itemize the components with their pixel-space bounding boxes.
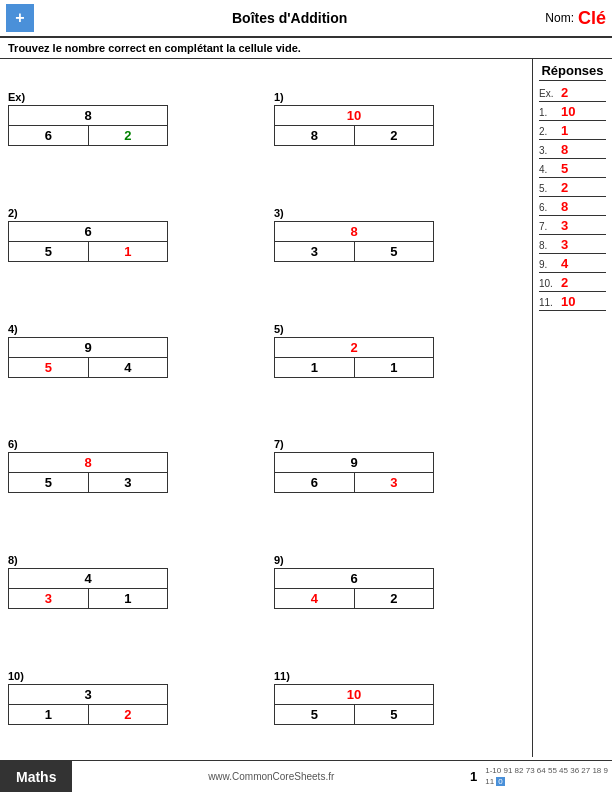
answer-item-8: 8.3 <box>539 237 606 254</box>
answer-label-3: 3. <box>539 145 557 156</box>
box-top-ex: 8 <box>9 106 167 126</box>
box-right-7: 3 <box>355 473 434 492</box>
stats-row2: 11 0 <box>485 777 608 787</box>
answer-value-7: 3 <box>561 218 568 233</box>
exercises-area: Ex)8621)10822)6513)8354)9545)2116)8537)9… <box>0 59 532 757</box>
answer-value-1: 10 <box>561 104 575 119</box>
exercise-label-9: 9) <box>274 554 284 566</box>
box-top-1: 10 <box>275 106 433 126</box>
page-title: Boîtes d'Addition <box>34 10 545 26</box>
box-right-6: 3 <box>89 473 168 492</box>
answer-item-2: 2.1 <box>539 123 606 140</box>
box-top-9: 6 <box>275 569 433 589</box>
footer-stats: 1-10 91 82 73 64 55 45 36 27 18 9 11 0 <box>485 766 608 787</box>
exercise-label-5: 5) <box>274 323 284 335</box>
box-left-3: 3 <box>275 242 355 261</box>
add-box-9: 642 <box>274 568 434 609</box>
exercise-label-10: 10) <box>8 670 24 682</box>
exercise-label-8: 8) <box>8 554 18 566</box>
box-right-10: 2 <box>89 705 168 724</box>
box-top-5: 2 <box>275 338 433 358</box>
box-left-1: 8 <box>275 126 355 145</box>
answer-label-0: Ex. <box>539 88 557 99</box>
main-content: Ex)8621)10822)6513)8354)9545)2116)8537)9… <box>0 59 612 757</box>
answer-label-8: 8. <box>539 240 557 251</box>
add-box-7: 963 <box>274 452 434 493</box>
answers-column: Réponses Ex.21.102.13.84.55.26.87.38.39.… <box>532 59 612 757</box>
answer-item-10: 10.2 <box>539 275 606 292</box>
answer-item-0: Ex.2 <box>539 85 606 102</box>
answers-title: Réponses <box>539 63 606 81</box>
add-box-ex: 862 <box>8 105 168 146</box>
answer-label-2: 2. <box>539 126 557 137</box>
box-left-9: 4 <box>275 589 355 608</box>
answer-value-8: 3 <box>561 237 568 252</box>
box-right-8: 1 <box>89 589 168 608</box>
box-right-9: 2 <box>355 589 434 608</box>
box-left-4: 5 <box>9 358 89 377</box>
answer-value-9: 4 <box>561 256 568 271</box>
brand-label: Maths <box>0 761 72 792</box>
answer-value-10: 2 <box>561 275 568 290</box>
exercise-block-11: 11)1055 <box>274 670 524 725</box>
box-right-3: 5 <box>355 242 434 261</box>
box-top-11: 10 <box>275 685 433 705</box>
exercise-block-ex: Ex)862 <box>8 91 258 146</box>
exercise-label-7: 7) <box>274 438 284 450</box>
box-left-ex: 6 <box>9 126 89 145</box>
answer-label-1: 1. <box>539 107 557 118</box>
logo-icon: + <box>6 4 34 32</box>
answer-label-10: 10. <box>539 278 557 289</box>
box-right-4: 4 <box>89 358 168 377</box>
answer-label-5: 5. <box>539 183 557 194</box>
exercise-label-3: 3) <box>274 207 284 219</box>
answer-item-11: 11.10 <box>539 294 606 311</box>
footer-page: 1 <box>470 769 477 784</box>
answer-value-4: 5 <box>561 161 568 176</box>
exercise-block-4: 4)954 <box>8 323 258 378</box>
answer-value-6: 8 <box>561 199 568 214</box>
box-top-2: 6 <box>9 222 167 242</box>
box-right-5: 1 <box>355 358 434 377</box>
answer-item-6: 6.8 <box>539 199 606 216</box>
box-left-7: 6 <box>275 473 355 492</box>
exercise-block-5: 5)211 <box>274 323 524 378</box>
box-right-2: 1 <box>89 242 168 261</box>
footer-url: www.CommonCoreSheets.fr <box>72 771 470 782</box>
box-top-4: 9 <box>9 338 167 358</box>
exercise-block-8: 8)431 <box>8 554 258 609</box>
stats-row1: 1-10 91 82 73 64 55 45 36 27 18 9 <box>485 766 608 776</box>
exercise-label-1: 1) <box>274 91 284 103</box>
box-right-ex: 2 <box>89 126 168 145</box>
box-left-6: 5 <box>9 473 89 492</box>
nom-label: Nom: <box>545 11 574 25</box>
exercise-block-3: 3)835 <box>274 207 524 262</box>
add-box-3: 835 <box>274 221 434 262</box>
answer-value-5: 2 <box>561 180 568 195</box>
exercise-block-7: 7)963 <box>274 438 524 493</box>
exercise-label-6: 6) <box>8 438 18 450</box>
exercise-block-10: 10)312 <box>8 670 258 725</box>
answer-label-4: 4. <box>539 164 557 175</box>
box-top-6: 8 <box>9 453 167 473</box>
exercise-block-2: 2)651 <box>8 207 258 262</box>
instruction-text: Trouvez le nombre correct en complétant … <box>0 38 612 59</box>
answer-value-3: 8 <box>561 142 568 157</box>
add-box-4: 954 <box>8 337 168 378</box>
box-top-10: 3 <box>9 685 167 705</box>
box-top-3: 8 <box>275 222 433 242</box>
exercise-label-11: 11) <box>274 670 290 682</box>
answer-label-6: 6. <box>539 202 557 213</box>
answer-label-9: 9. <box>539 259 557 270</box>
add-box-8: 431 <box>8 568 168 609</box>
answer-item-4: 4.5 <box>539 161 606 178</box>
answer-label-11: 11. <box>539 297 557 308</box>
box-left-11: 5 <box>275 705 355 724</box>
box-left-5: 1 <box>275 358 355 377</box>
answer-label-7: 7. <box>539 221 557 232</box>
add-box-2: 651 <box>8 221 168 262</box>
cle-label: Clé <box>578 8 606 29</box>
answer-value-0: 2 <box>561 85 568 100</box>
box-left-2: 5 <box>9 242 89 261</box>
add-box-5: 211 <box>274 337 434 378</box>
